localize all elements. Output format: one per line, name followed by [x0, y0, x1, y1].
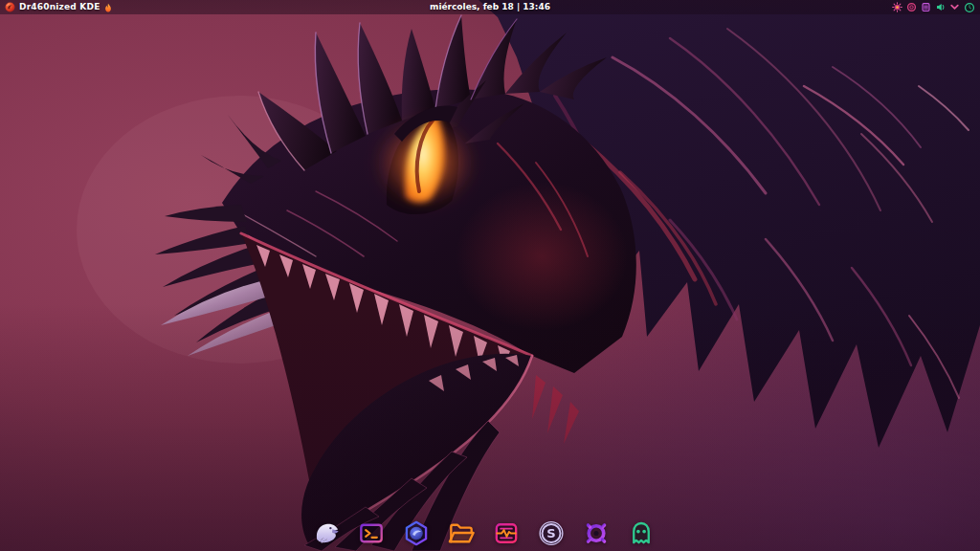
dock-item-s-app[interactable]: S: [535, 517, 568, 549]
volume-icon[interactable]: [935, 2, 946, 12]
svg-text:S: S: [546, 526, 555, 540]
terminal-prompt-icon: [355, 518, 387, 549]
digital-clock[interactable]: miércoles, feb 18 | 13:46: [430, 0, 550, 14]
chevron-down-icon[interactable]: [949, 2, 960, 12]
clipboard-icon[interactable]: [921, 2, 931, 12]
dock-item-settings[interactable]: [580, 517, 612, 549]
dock-item-launcher[interactable]: [310, 517, 343, 549]
garuda-eagle-logo-icon: [5, 2, 15, 12]
app-label: Dr460nized KDE: [19, 0, 100, 14]
status-ring-icon[interactable]: [964, 2, 975, 13]
dock-item-monitor[interactable]: [490, 517, 523, 549]
system-tray: [892, 0, 975, 14]
wallpaper-dragon: [0, 0, 980, 551]
gear-settings-icon: [580, 518, 612, 549]
dock-item-ghost-app[interactable]: [625, 517, 657, 549]
dock-item-terminal[interactable]: [355, 517, 388, 549]
top-panel: Dr460nized KDE miércoles, feb 18 | 13:46: [0, 0, 980, 14]
flame-icon: [104, 3, 112, 12]
eagle-launcher-icon: [310, 518, 342, 549]
window-title-widget: Dr460nized KDE: [5, 0, 112, 14]
ghost-icon: [625, 518, 657, 549]
update-notifier-icon[interactable]: [906, 2, 917, 12]
dragon-hexagon-browser-icon: [400, 518, 432, 549]
folder-icon: [445, 518, 477, 549]
pulse-monitor-icon: [490, 518, 522, 549]
dock-item-files[interactable]: [445, 517, 478, 549]
s-circle-icon: S: [535, 518, 567, 549]
night-color-sun-icon[interactable]: [892, 2, 902, 12]
dock: S: [310, 517, 657, 549]
dock-item-browser[interactable]: [400, 517, 433, 549]
